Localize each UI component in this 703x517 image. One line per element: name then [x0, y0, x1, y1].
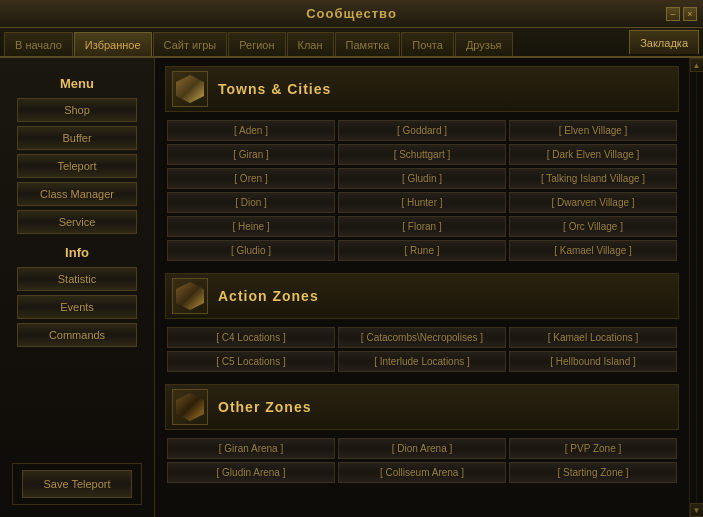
main-content: Menu Shop Buffer Teleport Class Manager …	[0, 58, 703, 517]
tab-friends[interactable]: Друзья	[455, 32, 513, 56]
loc-orc-village[interactable]: [ Orc Village ]	[509, 216, 677, 237]
tab-favorites[interactable]: Избранное	[74, 32, 152, 56]
loc-hunter[interactable]: [ Hunter ]	[338, 192, 506, 213]
loc-gludin-arena[interactable]: [ Gludin Arena ]	[167, 462, 335, 483]
loc-dion[interactable]: [ Dion ]	[167, 192, 335, 213]
towns-section: Towns & Cities [ Aden ] [ Goddard ] [ El…	[165, 66, 679, 261]
loc-kamael[interactable]: [ Kamael Locations ]	[509, 327, 677, 348]
loc-dwarven-village[interactable]: [ Dwarven Village ]	[509, 192, 677, 213]
loc-colliseum[interactable]: [ Colliseum Arena ]	[338, 462, 506, 483]
tab-mail[interactable]: Почта	[401, 32, 454, 56]
loc-heine[interactable]: [ Heine ]	[167, 216, 335, 237]
action-grid: [ C4 Locations ] [ Catacombs\Necropolise…	[165, 327, 679, 372]
tab-home[interactable]: В начало	[4, 32, 73, 56]
tab-clan[interactable]: Клан	[287, 32, 334, 56]
towns-header: Towns & Cities	[165, 66, 679, 112]
loc-pvp-zone[interactable]: [ PVP Zone ]	[509, 438, 677, 459]
loc-schuttgart[interactable]: [ Schuttgart ]	[338, 144, 506, 165]
tab-bookmark[interactable]: Закладка	[629, 30, 699, 54]
loc-interlude[interactable]: [ Interlude Locations ]	[338, 351, 506, 372]
class-manager-button[interactable]: Class Manager	[17, 182, 137, 206]
loc-floran[interactable]: [ Floran ]	[338, 216, 506, 237]
commands-button[interactable]: Commands	[17, 323, 137, 347]
right-content: Towns & Cities [ Aden ] [ Goddard ] [ El…	[155, 58, 689, 517]
info-title: Info	[8, 245, 146, 260]
save-btn-wrapper: Save Teleport	[8, 453, 146, 505]
window-title: Сообщество	[306, 6, 397, 21]
loc-goddard[interactable]: [ Goddard ]	[338, 120, 506, 141]
loc-gludin[interactable]: [ Gludin ]	[338, 168, 506, 189]
other-icon-shape	[176, 393, 204, 421]
scroll-down-button[interactable]: ▼	[690, 503, 704, 517]
scroll-track	[696, 72, 697, 503]
service-button[interactable]: Service	[17, 210, 137, 234]
loc-giran-arena[interactable]: [ Giran Arena ]	[167, 438, 335, 459]
scroll-up-button[interactable]: ▲	[690, 58, 704, 72]
loc-giran[interactable]: [ Giran ]	[167, 144, 335, 165]
towns-icon-shape	[176, 75, 204, 103]
towns-icon	[172, 71, 208, 107]
other-section: Other Zones [ Giran Arena ] [ Dion Arena…	[165, 384, 679, 483]
loc-gludio[interactable]: [ Gludio ]	[167, 240, 335, 261]
close-button[interactable]: ×	[683, 7, 697, 21]
loc-aden[interactable]: [ Aden ]	[167, 120, 335, 141]
tab-memo[interactable]: Памятка	[335, 32, 401, 56]
other-grid: [ Giran Arena ] [ Dion Arena ] [ PVP Zon…	[165, 438, 679, 483]
loc-talking-island[interactable]: [ Talking Island Village ]	[509, 168, 677, 189]
menu-title: Menu	[8, 76, 146, 91]
other-icon	[172, 389, 208, 425]
buffer-button[interactable]: Buffer	[17, 126, 137, 150]
loc-c5[interactable]: [ C5 Locations ]	[167, 351, 335, 372]
tab-bar: В начало Избранное Сайт игры Регион Клан…	[0, 28, 703, 58]
loc-dark-elven[interactable]: [ Dark Elven Village ]	[509, 144, 677, 165]
action-title: Action Zones	[218, 288, 319, 304]
other-header: Other Zones	[165, 384, 679, 430]
events-button[interactable]: Events	[17, 295, 137, 319]
title-bar: Сообщество – ×	[0, 0, 703, 28]
minimize-button[interactable]: –	[666, 7, 680, 21]
loc-catacombs[interactable]: [ Catacombs\Necropolises ]	[338, 327, 506, 348]
statistic-button[interactable]: Statistic	[17, 267, 137, 291]
loc-oren[interactable]: [ Oren ]	[167, 168, 335, 189]
teleport-button[interactable]: Teleport	[17, 154, 137, 178]
window-controls: – ×	[666, 7, 697, 21]
other-title: Other Zones	[218, 399, 311, 415]
action-icon-shape	[176, 282, 204, 310]
action-icon	[172, 278, 208, 314]
loc-hellbound[interactable]: [ Hellbound Island ]	[509, 351, 677, 372]
loc-kamael-village[interactable]: [ Kamael Village ]	[509, 240, 677, 261]
loc-rune[interactable]: [ Rune ]	[338, 240, 506, 261]
loc-dion-arena[interactable]: [ Dion Arena ]	[338, 438, 506, 459]
save-teleport-button[interactable]: Save Teleport	[22, 470, 132, 498]
sidebar: Menu Shop Buffer Teleport Class Manager …	[0, 58, 155, 517]
tab-region[interactable]: Регион	[228, 32, 285, 56]
loc-starting-zone[interactable]: [ Starting Zone ]	[509, 462, 677, 483]
shop-button[interactable]: Shop	[17, 98, 137, 122]
towns-grid: [ Aden ] [ Goddard ] [ Elven Village ] […	[165, 120, 679, 261]
tab-gamesite[interactable]: Сайт игры	[153, 32, 228, 56]
scrollbar-right: ▲ ▼	[689, 58, 703, 517]
loc-elven-village[interactable]: [ Elven Village ]	[509, 120, 677, 141]
action-section: Action Zones [ C4 Locations ] [ Catacomb…	[165, 273, 679, 372]
towns-title: Towns & Cities	[218, 81, 331, 97]
loc-c4[interactable]: [ C4 Locations ]	[167, 327, 335, 348]
action-header: Action Zones	[165, 273, 679, 319]
